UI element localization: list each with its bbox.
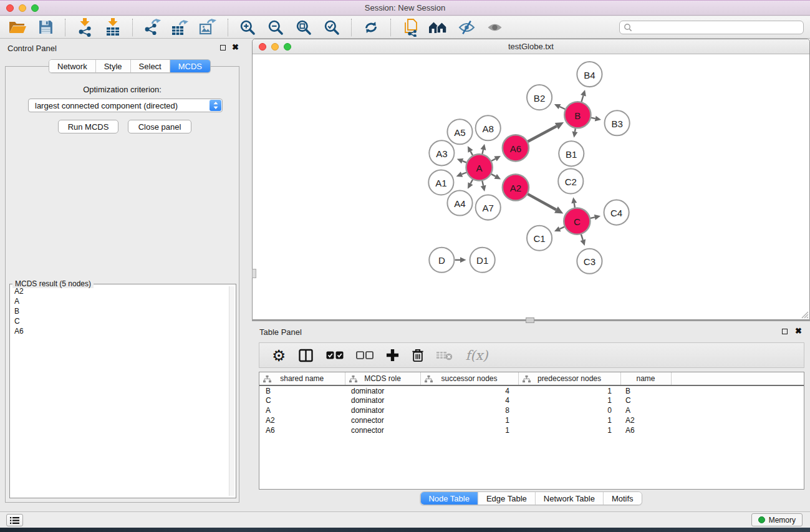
graph-node-D[interactable]: D [429, 248, 454, 273]
zoom-out-icon[interactable] [264, 18, 287, 37]
graph-node-B4[interactable]: B4 [577, 62, 602, 87]
graph-node-A3[interactable]: A3 [429, 140, 454, 165]
zoom-in-icon[interactable] [236, 18, 259, 37]
graph-edge-C-C3[interactable] [581, 235, 583, 240]
tab-style[interactable]: Style [96, 60, 131, 72]
table-cell[interactable] [671, 425, 804, 435]
graph-node-A[interactable]: A [466, 154, 493, 180]
first-neighbors-icon[interactable] [427, 18, 450, 37]
table-cell[interactable]: B [620, 385, 671, 395]
close-panel-button[interactable]: Close panel [128, 120, 191, 133]
graph-node-A8[interactable]: A8 [476, 115, 501, 140]
add-column-icon[interactable] [386, 346, 399, 365]
graph-node-C4[interactable]: C4 [604, 200, 629, 225]
network-canvas[interactable]: B4B2BB3A5A8A6B1A3AC2A1A2A4A7C4CC1C3DD1 [253, 54, 809, 319]
table-cell[interactable]: A2 [259, 415, 345, 425]
graph-edge-A-A5[interactable] [471, 152, 473, 156]
table-cell[interactable]: 8 [420, 405, 518, 415]
table-cell[interactable]: 1 [420, 425, 518, 435]
graph-edge-B-B3[interactable] [591, 118, 595, 118]
close-panel-icon[interactable]: ✖ [232, 44, 239, 51]
graph-node-B[interactable]: B [564, 102, 591, 128]
splitter-handle-left[interactable] [252, 269, 256, 278]
zoom-selected-icon[interactable] [321, 18, 343, 37]
export-image-icon[interactable] [197, 18, 219, 37]
table-cell[interactable]: A2 [620, 415, 671, 425]
table-cell[interactable]: 1 [518, 425, 620, 435]
result-list-item[interactable]: A6 [12, 326, 228, 336]
graph-edge-A-A6[interactable] [491, 159, 495, 161]
tab-motifs[interactable]: Motifs [604, 492, 642, 505]
result-list-item[interactable]: A [12, 296, 228, 306]
new-network-from-selection-icon[interactable] [399, 18, 422, 37]
table-cell[interactable] [671, 405, 804, 415]
table-cell[interactable]: C [620, 395, 671, 405]
graph-node-A5[interactable]: A5 [447, 119, 472, 144]
graph-node-B1[interactable]: B1 [559, 141, 584, 166]
table-cell[interactable]: dominator [345, 405, 420, 415]
table-cell[interactable]: 1 [518, 385, 620, 395]
col-shared-name[interactable]: shared name [259, 372, 345, 385]
tab-network-table[interactable]: Network Table [536, 492, 604, 505]
result-scrollbar[interactable] [229, 286, 234, 496]
table-cell[interactable]: dominator [345, 385, 420, 395]
graph-edge-C-C2[interactable] [574, 203, 575, 208]
graph-edge-C-C4[interactable] [591, 217, 595, 218]
resize-grip-icon[interactable] [800, 310, 809, 319]
tab-edge-table[interactable]: Edge Table [478, 492, 536, 505]
select-all-columns-icon[interactable] [326, 346, 344, 365]
criterion-dropdown[interactable]: largest connected component (directed) [28, 99, 223, 112]
graph-node-B2[interactable]: B2 [527, 85, 552, 110]
table-cell[interactable]: C [259, 395, 345, 405]
zoom-fit-icon[interactable] [292, 18, 315, 37]
close-table-panel-icon[interactable]: ✖ [795, 328, 802, 334]
table-cell[interactable] [671, 415, 804, 425]
table-cell[interactable]: 1 [518, 415, 620, 425]
graph-node-D1[interactable]: D1 [470, 248, 495, 273]
column-layout-icon[interactable] [298, 346, 314, 365]
result-list-item[interactable]: C [12, 316, 228, 326]
table-cell[interactable]: dominator [345, 395, 420, 405]
import-network-icon[interactable] [74, 18, 96, 37]
table-cell[interactable]: connector [345, 415, 420, 425]
table-cell[interactable]: A6 [259, 425, 345, 435]
delete-table-icon[interactable] [436, 346, 453, 365]
col-successor-nodes[interactable]: successor nodes [420, 372, 518, 385]
table-row[interactable]: Adominator80A [259, 405, 804, 415]
table-row[interactable]: Cdominator41C [259, 395, 804, 405]
tab-network[interactable]: Network [49, 60, 96, 72]
table-cell[interactable]: 1 [420, 415, 518, 425]
table-cell[interactable]: 0 [518, 405, 620, 415]
graph-edge-A2-C[interactable] [528, 194, 556, 210]
search-input[interactable] [619, 21, 804, 34]
delete-column-icon[interactable] [412, 346, 424, 365]
graph-edge-C-C1[interactable] [560, 227, 565, 229]
table-row[interactable]: A6connector11A6 [259, 425, 804, 435]
table-cell[interactable]: A6 [620, 425, 671, 435]
col-name[interactable]: name [620, 372, 671, 385]
graph-node-A7[interactable]: A7 [476, 195, 501, 220]
col-predecessor-nodes[interactable]: predecessor nodes [518, 372, 620, 385]
table-row[interactable]: A2connector11A2 [259, 415, 804, 425]
table-cell[interactable]: connector [345, 425, 420, 435]
tab-node-table[interactable]: Node Table [420, 492, 478, 505]
splitter-handle-bottom[interactable] [526, 317, 534, 323]
table-cell[interactable] [671, 395, 804, 405]
deselect-all-columns-icon[interactable] [356, 346, 374, 365]
settings-gear-icon[interactable]: ⚙ [272, 346, 286, 365]
table-cell[interactable]: 4 [420, 395, 518, 405]
float-table-panel-icon[interactable] [782, 329, 788, 334]
graph-edge-A-A1[interactable] [462, 173, 467, 175]
table-cell[interactable]: A [620, 405, 671, 415]
tab-select[interactable]: Select [131, 60, 170, 72]
graph-node-A4[interactable]: A4 [447, 191, 472, 216]
graph-node-B3[interactable]: B3 [605, 110, 630, 135]
import-table-icon[interactable] [102, 18, 124, 37]
graph-edge-A-A8[interactable] [482, 150, 483, 154]
col-mcds-role[interactable]: MCDS role [345, 372, 420, 385]
result-list-item[interactable]: B [12, 306, 228, 316]
table-row[interactable]: Bdominator41B [259, 385, 804, 395]
show-all-icon[interactable] [483, 18, 506, 37]
graph-edge-A-A2[interactable] [491, 174, 496, 177]
graph-edge-A-A4[interactable] [471, 180, 473, 184]
